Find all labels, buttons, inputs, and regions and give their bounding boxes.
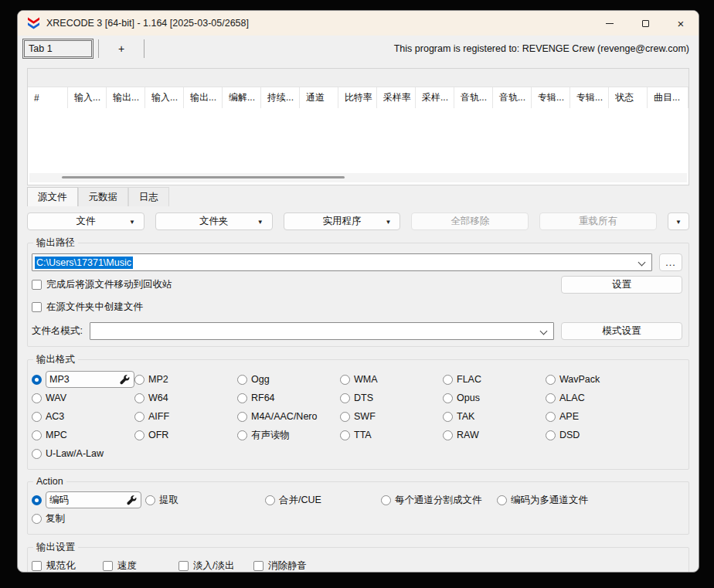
- format-option-rf64[interactable]: RF64: [237, 389, 340, 407]
- format-option-dsd[interactable]: DSD: [546, 426, 682, 444]
- column-header[interactable]: 专辑...: [532, 87, 570, 108]
- output-settings-button[interactable]: 设置: [561, 276, 682, 294]
- format-option-flac[interactable]: FLAC: [443, 370, 546, 389]
- column-header[interactable]: 音轨...: [454, 87, 493, 108]
- wrench-icon[interactable]: [127, 495, 137, 505]
- button-label: 实用程序: [322, 215, 361, 228]
- format-option-w64[interactable]: W64: [134, 389, 237, 407]
- format-option-tak[interactable]: TAK: [443, 407, 546, 426]
- format-option-mpc[interactable]: MPC: [32, 426, 134, 444]
- format-option-wav[interactable]: WAV: [32, 389, 134, 407]
- format-option-raw[interactable]: RAW: [443, 426, 546, 444]
- format-option-m4a-aac-nero[interactable]: M4A/AAC/Nero: [237, 407, 340, 426]
- action-option-提取[interactable]: 提取: [145, 491, 265, 509]
- format-option-tta[interactable]: TTA: [340, 426, 443, 444]
- column-header[interactable]: 采样率: [377, 87, 416, 108]
- utilities-menu-button[interactable]: 实用程序▼: [284, 212, 401, 230]
- format-option-ac3[interactable]: AC3: [32, 407, 134, 426]
- filename-pattern-label: 文件名模式:: [32, 325, 83, 338]
- format-option-opus[interactable]: Opus: [443, 389, 546, 407]
- format-option-swf[interactable]: SWF: [340, 407, 443, 426]
- action-option-复制[interactable]: 复制: [32, 509, 65, 528]
- column-header[interactable]: 采样...: [416, 87, 454, 108]
- setting-checkbox-速度[interactable]: 速度: [103, 559, 178, 573]
- setting-checkbox-消除静音[interactable]: 消除静音: [253, 559, 307, 573]
- format-column: MP2W64AIFFOFR: [134, 370, 237, 463]
- add-tab-button[interactable]: +: [104, 39, 139, 59]
- chevron-down-icon: ▼: [675, 218, 682, 225]
- remove-all-button[interactable]: 全部移除: [411, 212, 529, 230]
- column-header[interactable]: 专辑...: [570, 87, 609, 108]
- output-path-combobox[interactable]: C:\Users\17371\Music: [32, 253, 652, 271]
- format-option-ogg[interactable]: Ogg: [237, 370, 340, 389]
- column-header[interactable]: #: [28, 87, 68, 108]
- radio-icon: [546, 375, 556, 385]
- column-header[interactable]: 输出...: [184, 87, 223, 108]
- radio-icon: [145, 495, 155, 505]
- move-to-recycle-checkbox[interactable]: 完成后将源文件移动到回收站: [32, 278, 172, 291]
- browse-button[interactable]: ...: [659, 253, 682, 271]
- extra-menu-button[interactable]: ▼: [668, 212, 689, 230]
- panel-tab-元数据[interactable]: 元数据: [78, 187, 129, 206]
- format-column: OggRF64M4A/AAC/Nero有声读物: [237, 370, 340, 463]
- column-header[interactable]: 编解...: [223, 87, 261, 108]
- action-option-编码[interactable]: 编码: [32, 491, 145, 509]
- create-in-source-folder-checkbox[interactable]: 在源文件夹中创建文件: [32, 301, 143, 314]
- minimize-button[interactable]: [592, 11, 627, 36]
- format-option-wma[interactable]: WMA: [340, 370, 443, 389]
- output-format-group: 输出格式 MP3WAVAC3MPCU-Law/A-LawMP2W64AIFFOF…: [27, 353, 689, 470]
- chevron-down-icon[interactable]: [540, 328, 548, 335]
- column-header[interactable]: 持续...: [261, 87, 300, 108]
- format-option-u-law-a-law[interactable]: U-Law/A-Law: [32, 444, 134, 463]
- radio-icon: [381, 495, 391, 505]
- registration-text: This program is registered to: REVENGE C…: [394, 43, 689, 54]
- horizontal-scrollbar[interactable]: [29, 173, 687, 182]
- format-option-alac[interactable]: ALAC: [546, 389, 682, 407]
- action-option-每个通道分割成文件[interactable]: 每个通道分割成文件: [381, 491, 497, 509]
- format-option-ape[interactable]: APE: [546, 407, 682, 426]
- setting-checkbox-规范化[interactable]: 规范化: [32, 559, 103, 573]
- action-option-编码为多通道文件[interactable]: 编码为多通道文件: [497, 491, 588, 509]
- close-button[interactable]: ×: [663, 11, 699, 36]
- panel-tab-源文件[interactable]: 源文件: [27, 187, 78, 206]
- column-header[interactable]: 曲目...: [648, 87, 688, 108]
- setting-checkbox-淡入-淡出[interactable]: 淡入/淡出: [178, 559, 253, 573]
- chevron-down-icon: ▼: [129, 218, 135, 225]
- chevron-down-icon[interactable]: [638, 259, 646, 267]
- panel-tab-日志[interactable]: 日志: [128, 187, 169, 206]
- column-header[interactable]: 音轨...: [493, 87, 532, 108]
- file-menu-button[interactable]: 文件▼: [27, 212, 144, 230]
- wrench-icon[interactable]: [120, 375, 130, 385]
- filename-pattern-combobox[interactable]: [90, 322, 554, 340]
- column-header[interactable]: 输入...: [68, 87, 107, 108]
- format-option-mp3[interactable]: MP3: [32, 370, 134, 389]
- reload-all-button[interactable]: 重载所有: [539, 212, 657, 230]
- format-option-有声读物[interactable]: 有声读物: [237, 426, 340, 444]
- action-option-合并-cue[interactable]: 合并/CUE: [265, 491, 381, 509]
- app-logo-icon: [27, 17, 40, 29]
- scrollbar-thumb[interactable]: [62, 176, 345, 178]
- output-settings-group: 输出设置 规范化速度淡入/淡出消除静音: [27, 541, 689, 573]
- radio-icon: [340, 375, 350, 385]
- column-header[interactable]: 比特率: [338, 87, 377, 108]
- column-header[interactable]: 输出...: [107, 87, 145, 108]
- column-header[interactable]: 通道: [300, 87, 338, 108]
- format-option-ofr[interactable]: OFR: [134, 426, 237, 444]
- button-label: 全部移除: [450, 215, 489, 228]
- folder-menu-button[interactable]: 文件夹▼: [155, 212, 273, 230]
- column-header[interactable]: 输入...: [145, 87, 184, 108]
- pattern-settings-button[interactable]: 模式设置: [561, 322, 682, 340]
- column-header[interactable]: 状态: [609, 87, 648, 108]
- maximize-button[interactable]: [627, 11, 663, 36]
- tab-1[interactable]: Tab 1: [22, 39, 94, 59]
- format-option-wavpack[interactable]: WavPack: [546, 370, 682, 389]
- radio-label: APE: [559, 411, 579, 422]
- format-column: MP3WAVAC3MPCU-Law/A-Law: [32, 370, 134, 463]
- action-group-label: Action: [33, 476, 66, 487]
- format-column: WavPackALACAPEDSD: [546, 370, 682, 463]
- radio-label: 复制: [46, 512, 65, 525]
- format-option-dts[interactable]: DTS: [340, 389, 443, 407]
- radio-icon: [546, 430, 556, 440]
- format-option-aiff[interactable]: AIFF: [134, 407, 237, 426]
- format-option-mp2[interactable]: MP2: [134, 370, 237, 389]
